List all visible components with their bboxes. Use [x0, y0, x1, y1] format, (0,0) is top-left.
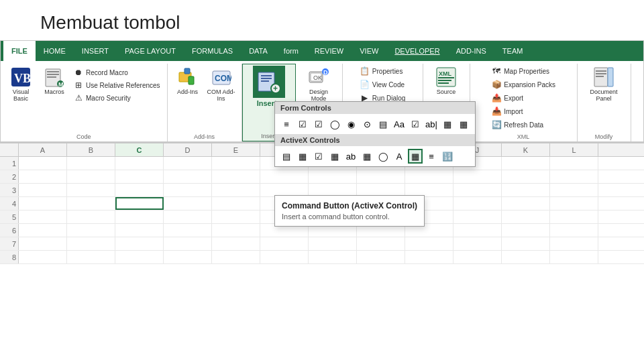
- tab-review[interactable]: REVIEW: [307, 41, 352, 61]
- form-text-icon[interactable]: ab|: [424, 117, 439, 131]
- cell-e6[interactable]: [212, 224, 260, 237]
- import-button[interactable]: 📥 Import: [490, 105, 557, 117]
- visual-basic-button[interactable]: VB Visual Basic: [6, 65, 36, 103]
- cell-a5[interactable]: [19, 210, 67, 223]
- tab-data[interactable]: DATA: [241, 41, 276, 61]
- cell-e5[interactable]: [212, 210, 260, 223]
- cell-h2[interactable]: [357, 170, 405, 183]
- cell-b8[interactable]: [67, 251, 115, 263]
- cell-g7[interactable]: [309, 237, 357, 250]
- cell-d8[interactable]: [164, 251, 212, 263]
- cell-l8[interactable]: [550, 251, 598, 263]
- cell-d7[interactable]: [164, 237, 212, 250]
- cell-b6[interactable]: [67, 224, 115, 237]
- cell-g2[interactable]: [309, 170, 357, 183]
- cell-j6[interactable]: [453, 224, 502, 237]
- export-button[interactable]: 📤 Export: [490, 92, 557, 104]
- cell-i7[interactable]: [405, 237, 453, 250]
- macro-security-button[interactable]: ⚠ Macro Security: [72, 92, 162, 104]
- tab-developer[interactable]: DEVELOPER: [386, 41, 447, 61]
- cell-b7[interactable]: [67, 237, 115, 250]
- form-scroll2-icon[interactable]: ▦: [456, 117, 471, 131]
- tab-insert[interactable]: INSERT: [74, 41, 117, 61]
- record-macro-button[interactable]: ⏺ Record Macro: [72, 66, 162, 78]
- cell-d2[interactable]: [164, 170, 212, 183]
- form-combo-icon[interactable]: ☑: [295, 117, 310, 131]
- cell-k2[interactable]: [502, 170, 550, 183]
- cell-k8[interactable]: [502, 251, 550, 263]
- cell-c6[interactable]: [115, 224, 164, 237]
- cell-f2[interactable]: [260, 170, 309, 183]
- ax-button-icon[interactable]: ▤: [279, 149, 294, 164]
- cell-k6[interactable]: [502, 224, 550, 237]
- cell-h8[interactable]: [357, 251, 405, 263]
- cell-g8[interactable]: [309, 251, 357, 263]
- cell-e1[interactable]: [212, 157, 260, 170]
- cell-a6[interactable]: [19, 224, 67, 237]
- cell-d1[interactable]: [164, 157, 212, 170]
- ax-text-icon[interactable]: ab: [343, 149, 358, 164]
- tab-add-ins[interactable]: ADD-INS: [448, 41, 494, 61]
- cell-f8[interactable]: [260, 251, 309, 263]
- cell-j2[interactable]: [453, 170, 502, 183]
- ax-checkbox-icon[interactable]: ☑: [311, 149, 326, 164]
- cell-e4[interactable]: [212, 197, 260, 210]
- cell-l7[interactable]: [550, 237, 598, 250]
- ax-list-icon[interactable]: ▦: [327, 149, 342, 164]
- ax-label-icon[interactable]: A: [392, 149, 407, 164]
- tab-file[interactable]: FILE: [3, 41, 36, 61]
- tab-formulas[interactable]: FORMULAS: [184, 41, 241, 61]
- cell-j7[interactable]: [453, 237, 502, 250]
- tab-page-layout[interactable]: PAGE LAYOUT: [117, 41, 184, 61]
- map-properties-button[interactable]: 🗺 Map Properties: [490, 65, 557, 77]
- design-mode-button[interactable]: OK D Design Mode: [304, 65, 333, 103]
- view-code-button[interactable]: 📄 View Code: [358, 78, 407, 90]
- cell-i8[interactable]: [405, 251, 453, 263]
- cell-j8[interactable]: [453, 251, 502, 263]
- cell-f7[interactable]: [260, 237, 309, 250]
- cell-k5[interactable]: [502, 210, 550, 223]
- cell-i2[interactable]: [405, 170, 453, 183]
- cell-l4[interactable]: [550, 197, 598, 210]
- cell-j5[interactable]: [453, 210, 502, 223]
- form-checkbox-icon[interactable]: ☑: [311, 117, 326, 131]
- cell-c5[interactable]: [115, 210, 164, 223]
- add-ins-button[interactable]: Add-Ins: [173, 65, 203, 103]
- cell-e3[interactable]: [212, 184, 260, 196]
- form-button-icon[interactable]: ≡: [279, 117, 294, 131]
- cell-a2[interactable]: [19, 170, 67, 183]
- cell-c3[interactable]: [115, 184, 164, 196]
- cell-c7[interactable]: [115, 237, 164, 250]
- cell-c1[interactable]: [115, 157, 164, 170]
- cell-h7[interactable]: [357, 237, 405, 250]
- properties-button[interactable]: 📋 Properties: [358, 65, 407, 77]
- form-group-icon[interactable]: ☑: [408, 117, 423, 131]
- com-add-ins-button[interactable]: COM COM Add-Ins: [207, 65, 236, 103]
- cell-l3[interactable]: [550, 184, 598, 196]
- tab-view[interactable]: VIEW: [352, 41, 386, 61]
- cell-l2[interactable]: [550, 170, 598, 183]
- ax-scroll-icon[interactable]: ▦: [360, 149, 374, 164]
- tab-form[interactable]: form: [276, 41, 307, 61]
- expansion-packs-button[interactable]: 📦 Expansion Packs: [490, 78, 557, 90]
- cell-a3[interactable]: [19, 184, 67, 196]
- form-label-icon[interactable]: Aa: [392, 117, 407, 131]
- form-radio-icon[interactable]: ◯: [327, 117, 342, 131]
- cell-a4[interactable]: [19, 197, 67, 210]
- cell-k4[interactable]: [502, 197, 550, 210]
- cell-d3[interactable]: [164, 184, 212, 196]
- tab-team[interactable]: TEAM: [494, 41, 531, 61]
- cell-a1[interactable]: [19, 157, 67, 170]
- cell-k3[interactable]: [502, 184, 550, 196]
- cell-e7[interactable]: [212, 237, 260, 250]
- cell-l1[interactable]: [550, 157, 598, 170]
- cell-d5[interactable]: [164, 210, 212, 223]
- ax-more-icon[interactable]: 🔢: [440, 149, 455, 164]
- cell-d4[interactable]: [164, 197, 212, 210]
- cell-a7[interactable]: [19, 237, 67, 250]
- cell-b4[interactable]: [67, 197, 115, 210]
- cell-b1[interactable]: [67, 157, 115, 170]
- form-scroll-icon[interactable]: ▦: [440, 117, 455, 131]
- use-relative-button[interactable]: ⊞ Use Relative References: [72, 79, 162, 91]
- cell-j3[interactable]: [453, 184, 502, 196]
